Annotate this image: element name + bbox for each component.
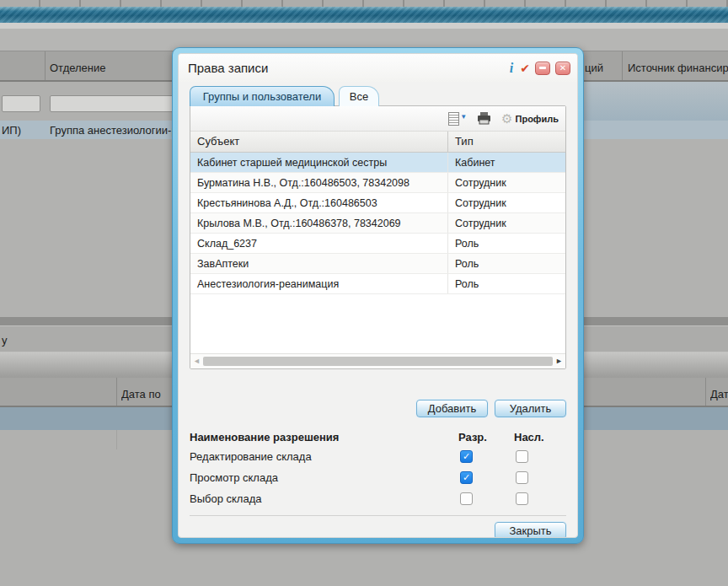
minimize-icon — [539, 67, 546, 69]
column-chooser-icon[interactable]: ▼ — [448, 112, 467, 126]
background-gradient-zone — [580, 82, 728, 121]
horizontal-scrollbar[interactable]: ◄ ► — [190, 353, 565, 368]
cell-type: Роль — [447, 254, 565, 273]
column-divider — [705, 378, 706, 406]
delete-button[interactable]: Удалить — [495, 400, 566, 417]
close-dialog-button[interactable]: Закрыть — [495, 522, 566, 538]
cell-subject: Кабинет старшей медицинской сестры — [190, 153, 447, 172]
checkbox-inherited[interactable]: ✓ — [516, 450, 528, 463]
filter-input-1[interactable] — [2, 95, 40, 112]
tab-bar: Группы и пользователи Все — [190, 86, 566, 105]
scroll-right-icon[interactable]: ► — [555, 358, 563, 365]
column-header-subject[interactable]: Субъект — [190, 132, 447, 152]
permission-row: Просмотр склада ✓ ✓ — [190, 467, 566, 488]
checkbox-inherited[interactable]: ✓ — [516, 492, 528, 505]
list-icon — [448, 112, 459, 126]
profile-button[interactable]: ⚙ Профиль — [501, 112, 559, 125]
dialog-titlebar: Права записи i ✔ ✕ — [179, 54, 577, 82]
gear-icon: ⚙ — [501, 112, 512, 125]
table-row[interactable]: Анестезиология-реанимация Роль — [190, 274, 565, 294]
cell-subject: Крылова М.В., Отд.:160486378, 78342069 — [190, 213, 447, 233]
background-tab-strip — [0, 0, 728, 7]
permission-row: Выбор склада ✓ ✓ — [190, 488, 566, 509]
cell-subject: ЗавАптеки — [190, 254, 447, 273]
section-label-partial: у — [2, 334, 8, 347]
table-row[interactable]: Крестьянинова А.Д., Отд.:160486503 Сотру… — [190, 193, 565, 213]
cell-subject: Склад_6237 — [190, 234, 447, 253]
scrollbar-thumb[interactable] — [203, 357, 553, 366]
background-title-bar — [0, 7, 728, 23]
tab-groups-and-users[interactable]: Группы и пользователи — [190, 86, 335, 106]
cell-type: Роль — [447, 234, 565, 253]
table-row[interactable]: Кабинет старшей медицинской сестры Кабин… — [190, 153, 565, 173]
column-header-source[interactable]: Источник финансиров — [628, 62, 728, 74]
profile-label: Профиль — [516, 114, 559, 124]
dialog-inner: Права записи i ✔ ✕ Группы и пользователи… — [178, 53, 578, 538]
titlebar-icons: i ✔ ✕ — [508, 61, 570, 76]
checkbox-allowed[interactable]: ✓ — [460, 471, 473, 484]
cell-type: Кабинет — [447, 153, 565, 172]
record-permissions-dialog: Права записи i ✔ ✕ Группы и пользователи… — [172, 47, 584, 544]
dialog-title: Права записи — [188, 61, 508, 75]
permission-name-header: Наименование разрешения — [190, 431, 458, 444]
minimize-button[interactable] — [535, 62, 550, 75]
allowed-header: Разр. — [458, 431, 511, 444]
background-strip — [0, 23, 728, 29]
tab-all[interactable]: Все — [339, 86, 379, 106]
grid-header: Субъект Тип — [190, 132, 565, 153]
permissions-header: Наименование разрешения Разр. Насл. — [190, 427, 566, 446]
column-divider — [622, 51, 623, 80]
checkbox-allowed[interactable]: ✓ — [460, 492, 473, 505]
footer-divider — [190, 515, 566, 516]
column-divider — [45, 51, 46, 80]
row-cell-department: Группа анестезиологии-ре — [50, 124, 184, 137]
grid-empty-area — [190, 294, 565, 353]
column-divider — [116, 430, 117, 449]
info-icon[interactable]: i — [508, 61, 515, 76]
chevron-down-icon: ▼ — [460, 113, 467, 121]
subjects-panel: ▼ ⚙ Профиль — [190, 105, 566, 369]
action-buttons: Добавить Удалить — [190, 400, 566, 417]
footer: Закрыть — [190, 522, 566, 538]
table-row[interactable]: ЗавАптеки Роль — [190, 254, 565, 274]
permissions-section: Наименование разрешения Разр. Насл. Реда… — [190, 427, 566, 509]
filter-input-2[interactable] — [50, 95, 174, 112]
table-row[interactable]: Бурматина Н.В., Отд.:160486503, 78342098… — [190, 173, 565, 193]
column-header-otdelenie[interactable]: Отделение — [50, 62, 106, 74]
panel-toolbar: ▼ ⚙ Профиль — [190, 106, 565, 132]
check-mark-icon: ✓ — [463, 473, 470, 482]
column-divider — [116, 378, 117, 406]
printer-icon — [477, 112, 491, 125]
checkbox-inherited[interactable]: ✓ — [516, 471, 528, 484]
table-row[interactable]: Склад_6237 Роль — [190, 234, 565, 254]
row-cell-partial: ИП) — [2, 124, 21, 137]
print-button[interactable] — [477, 112, 491, 125]
column-header-date-to[interactable]: Дата по — [121, 388, 161, 401]
scroll-left-icon[interactable]: ◄ — [193, 358, 201, 365]
permission-name: Редактирование склада — [190, 450, 458, 463]
cell-subject: Бурматина Н.В., Отд.:160486503, 78342098 — [190, 173, 447, 192]
table-row[interactable]: Крылова М.В., Отд.:160486378, 78342069 С… — [190, 213, 565, 234]
cell-subject: Крестьянинова А.Д., Отд.:160486503 — [190, 193, 447, 212]
permission-name: Просмотр склада — [190, 471, 458, 484]
permission-row: Редактирование склада ✓ ✓ — [190, 446, 566, 467]
cell-type: Роль — [447, 274, 565, 293]
inherited-header: Насл. — [511, 431, 566, 444]
cell-type: Сотрудник — [447, 213, 565, 233]
confirm-icon[interactable]: ✔ — [520, 62, 530, 75]
cell-subject: Анестезиология-реанимация — [190, 274, 447, 293]
dialog-body: Группы и пользователи Все ▼ — [179, 82, 577, 538]
add-button[interactable]: Добавить — [416, 400, 488, 417]
close-button[interactable]: ✕ — [555, 62, 570, 75]
column-header-date-partial[interactable]: Дат — [710, 388, 728, 401]
grid-rows: Кабинет старшей медицинской сестры Кабин… — [190, 153, 565, 294]
check-mark-icon: ✓ — [463, 452, 470, 461]
cell-type: Сотрудник — [447, 173, 565, 192]
column-header-type[interactable]: Тип — [447, 132, 565, 152]
permission-name: Выбор склада — [190, 492, 458, 505]
checkbox-allowed[interactable]: ✓ — [460, 450, 473, 463]
cell-type: Сотрудник — [447, 193, 565, 212]
column-header-partial[interactable]: ций — [585, 62, 603, 74]
screen: Отделение ций Источник финансиров ИП) Гр… — [0, 0, 728, 586]
